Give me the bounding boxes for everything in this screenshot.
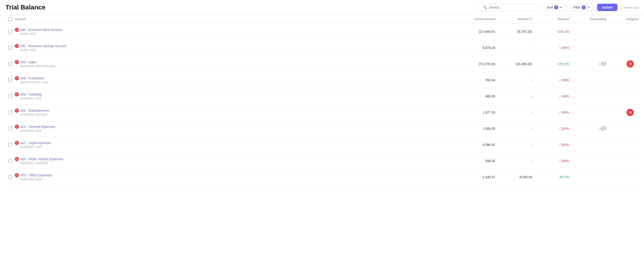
search-input[interactable] [489,5,537,9]
search-icon: 🔍 [483,5,487,9]
row-checkbox-cell [6,159,15,163]
select-all-checkbox[interactable] [8,17,12,21]
filter-button[interactable]: Filter 1 ▼ [570,4,594,11]
avatar: JS [626,60,634,68]
row-checkbox[interactable] [8,30,12,33]
row-checkbox-cell [6,30,15,33]
account-cell: 090 - Business Bank Account BANK • ASS [15,25,458,38]
table-row: 090 - Business Bank Account BANK • ASS (… [6,23,638,40]
account-link[interactable]: 090 - Business Bank Account [20,28,62,32]
variance-cell: ↑ 100% [537,143,574,147]
page-title: Trial Balance [6,4,46,11]
account-link[interactable]: 453 - Office Expenses [20,173,52,177]
row-checkbox[interactable] [8,143,12,147]
current-amount-cell: (72,378.32) [458,62,500,66]
account-cell: 091 - Business Savings Account BANK • AS… [15,41,458,54]
remove-button[interactable] [15,76,19,80]
sort-button[interactable]: Sort 1 ▼ [544,4,566,11]
variance-value: 100% [561,78,569,82]
variance-cell: ↑ 105.1% [537,30,574,33]
row-checkbox[interactable] [8,127,12,130]
remove-button[interactable] [15,44,19,48]
comment-badge[interactable]: 1 💬 [599,126,606,131]
variance-cell: ↓ 80.7% [537,175,574,179]
account-cell: 420 - Entertainment EXPENSE • EXP.ENT [15,106,458,119]
variance-value: 80.7% [560,175,569,179]
variance-cell: ↑ 100% [537,94,574,98]
comment-badge[interactable]: 1 💬 [599,62,606,66]
row-checkbox-cell [6,94,15,98]
table-row: 429 - General Expenses EXPENSE • EXP 1,0… [6,120,638,137]
row-checkbox[interactable] [8,62,12,66]
remove-button[interactable] [15,60,19,64]
amount-ly-cell: - [500,94,537,98]
variance-cell: ↑ 100% [537,127,574,130]
remove-button[interactable] [15,92,19,96]
variance-value: 105.1% [558,30,569,33]
row-checkbox-cell [6,46,15,50]
variance-cell: ↑ 100% [537,111,574,114]
sort-badge: 1 [554,5,558,9]
row-checkbox[interactable] [8,46,12,50]
amount-ly-cell: (24,200.00) [500,62,537,66]
account-link[interactable]: 449 - Motor Vehicle Expenses [20,157,63,161]
row-checkbox-cell [6,127,15,130]
variance-arrow: ↑ [559,127,560,130]
last-updated-timestamp: 1 minute ago [621,6,638,9]
table-row: 091 - Business Savings Account BANK • AS… [6,40,638,56]
variance-arrow: ↑ [559,78,560,82]
account-meta: EXPENSE • EXP [20,97,458,100]
row-checkbox[interactable] [8,78,12,82]
outstanding-cell: 1 💬 [574,126,611,131]
variance-arrow: ↑ [556,30,558,33]
table-header-row: Account Current Amount Amount LY Varianc… [6,15,638,23]
comment-icon: 💬 [602,62,606,66]
current-amount-cell: 938.04 [458,159,500,163]
remove-button[interactable] [15,28,19,32]
account-link[interactable]: 300 - Purchases [20,76,44,80]
variance-cell: ↑ 100% [537,78,574,82]
amount-ly-cell: - [500,127,537,130]
remove-button[interactable] [15,173,19,177]
variance-arrow: ↑ [559,159,560,163]
current-amount-cell: 1,377.20 [458,111,500,114]
account-meta: EXPENSE • EXP [20,129,458,132]
account-meta: BANK • ASS [20,48,458,52]
remove-button[interactable] [15,157,19,161]
variance-value: 100% [561,127,569,130]
update-button[interactable]: Update [597,4,617,11]
row-checkbox[interactable] [8,159,12,163]
account-meta: EXPENSE • EXP [20,178,458,181]
variance-value: 100% [561,159,569,163]
amount-ly-cell: - [500,159,537,163]
account-meta: BANK • ASS [20,32,458,35]
account-link[interactable]: 091 - Business Savings Account [20,44,66,48]
page-header: Trial Balance 🔍 Sort 1 ▼ Filter 1 ▼ Upda… [0,0,644,15]
current-amount-cell: 763.64 [458,78,500,82]
row-checkbox[interactable] [8,111,12,114]
account-link[interactable]: 420 - Entertainment [20,109,49,112]
filter-chevron-icon: ▼ [587,6,590,9]
row-checkbox[interactable] [8,175,12,179]
remove-button[interactable] [15,125,19,129]
account-meta: REVENUE • REV.TRA.GOO [20,65,458,68]
account-link[interactable]: 408 - Cleaning [20,93,41,96]
table-body: 090 - Business Bank Account BANK • ASS (… [6,23,638,185]
account-cell: 429 - General Expenses EXPENSE • EXP [15,122,458,135]
variance-arrow: ↑ [559,143,560,147]
row-checkbox-cell [6,78,15,82]
amount-ly-cell: (8,703.20) [500,30,537,33]
remove-button[interactable] [15,108,19,113]
outstanding-cell: 1 💬 [574,62,611,66]
variance-column-header: Variance [537,17,574,21]
row-checkbox[interactable] [8,94,12,98]
current-amount-cell: 1,540.37 [458,175,500,179]
account-cell: 408 - Cleaning EXPENSE • EXP [15,90,458,103]
remove-button[interactable] [15,141,19,145]
account-cell: 200 - Sales REVENUE • REV.TRA.GOO [15,57,458,71]
table-row: 449 - Motor Vehicle Expenses EXPENSE • E… [6,153,638,169]
account-link[interactable]: 441 - Legal expenses [20,141,51,145]
account-link[interactable]: 429 - General Expenses [20,125,55,129]
account-link[interactable]: 200 - Sales [20,60,37,64]
filter-badge: 1 [582,5,586,9]
